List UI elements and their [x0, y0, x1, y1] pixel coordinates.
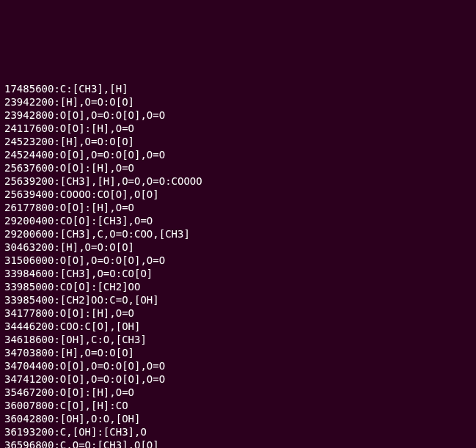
terminal-line: 34703800:[H],O=O:O[O] — [4, 346, 472, 359]
terminal-line: 36596800:C,O=O:[CH3],O[O] — [4, 438, 472, 448]
terminal-line: 25637600:O[O]:[H],O=O — [4, 161, 472, 175]
terminal-line: 29200600:[CH3],C,O=O:COO,[CH3] — [4, 227, 472, 240]
terminal-line: 24523200:[H],O=O:O[O] — [4, 135, 472, 148]
terminal-output[interactable]: 17485600:C:[CH3],[H]23942200:[H],O=O:O[O… — [4, 56, 472, 448]
terminal-line: 36042800:[OH],O:O,[OH] — [4, 412, 472, 425]
terminal-line: 31506000:O[O],O=O:O[O],O=O — [4, 254, 472, 267]
terminal-line: 26177800:O[O]:[H],O=O — [4, 201, 472, 214]
terminal-line: 34446200:COO:C[O],[OH] — [4, 320, 472, 333]
terminal-line: 17485600:C:[CH3],[H] — [4, 82, 472, 95]
terminal-line: 36193200:C,[OH]:[CH3],O — [4, 425, 472, 438]
terminal-line: 36007800:C[O],[H]:CO — [4, 399, 472, 412]
terminal-line: 29200400:CO[O]:[CH3],O=O — [4, 214, 472, 227]
terminal-line: 34618600:[OH],C:O,[CH3] — [4, 333, 472, 346]
terminal-line: 34741200:O[O],O=O:O[O],O=O — [4, 372, 472, 386]
terminal-line: 34177800:O[O]:[H],O=O — [4, 306, 472, 320]
terminal-line: 34704400:O[O],O=O:O[O],O=O — [4, 359, 472, 372]
terminal-line: 23942200:[H],O=O:O[O] — [4, 95, 472, 109]
terminal-line: 24117600:O[O]:[H],O=O — [4, 122, 472, 135]
terminal-line: 33985400:[CH2]OO:C=O,[OH] — [4, 293, 472, 306]
terminal-line: 33984600:[CH3],O=O:CO[O] — [4, 267, 472, 280]
terminal-line: 24524400:O[O],O=O:O[O],O=O — [4, 148, 472, 161]
terminal-line: 35467200:O[O]:[H],O=O — [4, 386, 472, 399]
terminal-line: 25639200:[CH3],[H],O=O,O=O:COOOO — [4, 175, 472, 188]
terminal-line: 30463200:[H],O=O:O[O] — [4, 240, 472, 254]
terminal-line: 23942800:O[O],O=O:O[O],O=O — [4, 109, 472, 122]
terminal-line: 25639400:COOOO:CO[O],O[O] — [4, 188, 472, 201]
terminal-line: 33985000:CO[O]:[CH2]OO — [4, 280, 472, 293]
